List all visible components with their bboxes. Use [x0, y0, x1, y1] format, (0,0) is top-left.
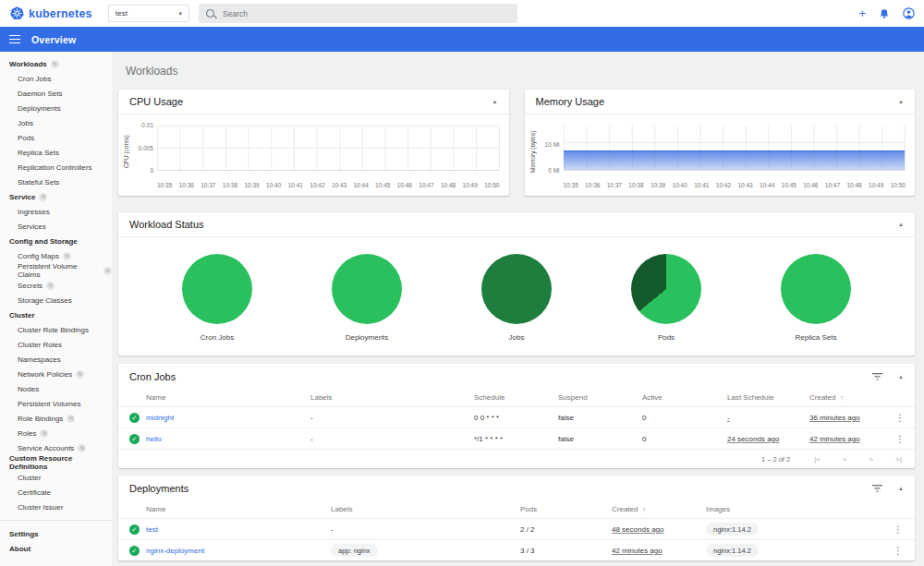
sidebar-item-services[interactable]: Services [0, 219, 112, 234]
sidebar-item-pods[interactable]: Pods [0, 130, 112, 145]
sidebar-item-deployments[interactable]: Deployments [0, 101, 112, 115]
sidebar-item-cluster-roles[interactable]: Cluster Roles [0, 337, 112, 352]
sidebar-item-stateful-sets[interactable]: Stateful Sets [0, 175, 112, 189]
deployments-card: Deployments ▲ Name Labels Pods Created↑ … [118, 476, 915, 560]
tick-label: 10:47 [825, 182, 840, 188]
sidebar-group-cluster[interactable]: Cluster [0, 307, 112, 322]
notifications-bell-icon[interactable] [879, 8, 890, 19]
sidebar-item-config-maps[interactable]: Config MapsN [0, 248, 112, 263]
sidebar-item-ingresses[interactable]: Ingresses [0, 204, 112, 219]
next-page-icon[interactable]: > [869, 455, 874, 464]
tick-label: 10:46 [803, 182, 818, 188]
cron-job-link[interactable]: hello [146, 435, 162, 443]
tick-label: 10:42 [310, 182, 324, 188]
cron-job-link[interactable]: midnight [146, 414, 174, 422]
sidebar-item-crd-cluster[interactable]: Cluster [0, 470, 112, 485]
tick-label: 10:36 [179, 182, 194, 188]
deployment-link[interactable]: test [146, 525, 158, 534]
kubernetes-logo[interactable]: kubernetes [0, 6, 108, 20]
filter-icon[interactable] [872, 485, 882, 492]
filter-icon[interactable] [872, 373, 882, 380]
row-menu-icon[interactable]: ⋮ [895, 434, 905, 444]
pie-label: Pods [658, 333, 675, 342]
collapse-card-icon[interactable]: ▲ [898, 222, 904, 227]
y-tick: 0 [118, 167, 153, 174]
sidebar-item-settings[interactable]: Settings [0, 526, 112, 541]
user-profile-icon[interactable] [903, 7, 915, 19]
deployment-link[interactable]: nginx-deployment [146, 547, 204, 555]
last-page-icon[interactable]: >| [895, 455, 902, 464]
sidebar-item-roles[interactable]: RolesN [0, 426, 112, 440]
pagination-range: 1 – 2 of 2 [761, 455, 790, 464]
sidebar-item-about[interactable]: About [0, 541, 112, 556]
column-header-created[interactable]: Created↑ [612, 505, 706, 513]
collapse-card-icon[interactable]: ▲ [898, 486, 904, 491]
search-bar[interactable] [199, 4, 517, 23]
top-header: kubernetes test ▾ + [0, 0, 924, 27]
sidebar-group-workloads[interactable]: WorkloadsN [0, 56, 112, 71]
row-menu-icon[interactable]: ⋮ [894, 524, 903, 535]
sidebar-item-daemon-sets[interactable]: Daemon Sets [0, 86, 112, 101]
pie-deployments: Deployments [307, 254, 427, 342]
sidebar-item-label: Nodes [18, 385, 39, 393]
column-header-active: Active [642, 393, 727, 402]
image-chip: nginx:1.14.2 [706, 523, 759, 536]
sidebar-item-storage-classes[interactable]: Storage Classes [0, 293, 112, 307]
sidebar-item-cron-jobs[interactable]: Cron Jobs [0, 71, 112, 86]
sidebar-item-persistent-volumes[interactable]: Persistent Volumes [0, 396, 112, 411]
cell-active: 0 [642, 414, 727, 422]
collapse-card-icon[interactable]: ▲ [898, 99, 904, 104]
sidebar-item-label: Secrets [18, 282, 43, 290]
kubernetes-wheel-icon [10, 6, 24, 20]
tick-label: 10:38 [223, 182, 237, 188]
sidebar-item-secrets[interactable]: SecretsN [0, 278, 112, 293]
column-header-suspend: Suspend [558, 393, 642, 402]
tick-label: 10:48 [441, 182, 456, 188]
sidebar-item-cluster-role-bindings[interactable]: Cluster Role Bindings [0, 322, 112, 337]
cell-pods: 2 / 2 [520, 525, 612, 534]
sidebar-group-service[interactable]: ServiceN [0, 189, 112, 204]
sidebar-group-label: Workloads [9, 60, 47, 68]
table-row: ✓ hello - */1 * * * * false 0 24 seconds… [118, 428, 915, 449]
cell-labels: - [310, 414, 474, 422]
menu-hamburger-icon[interactable] [9, 35, 20, 44]
previous-page-icon[interactable]: < [843, 455, 847, 464]
sidebar-item-nodes[interactable]: Nodes [0, 381, 112, 396]
replica-sets-pie-chart [781, 254, 851, 324]
first-page-icon[interactable]: |< [814, 455, 821, 464]
sidebar-item-crd-cluster-issuer[interactable]: Cluster Issuer [0, 500, 112, 514]
tick-label: 10:43 [737, 182, 752, 188]
sidebar-item-network-policies[interactable]: Network PoliciesN [0, 367, 112, 381]
cell-schedule: */1 * * * * [474, 435, 558, 443]
sidebar-item-label: Daemon Sets [18, 90, 62, 98]
collapse-card-icon[interactable]: ▲ [898, 374, 904, 379]
table-row: ✓ midnight - 0 0 * * * false 0 - 36 minu… [118, 406, 915, 428]
sidebar-item-role-bindings[interactable]: Role BindingsN [0, 411, 112, 426]
row-menu-icon[interactable]: ⋮ [894, 546, 903, 556]
sidebar-item-label: Jobs [18, 119, 33, 127]
sidebar-group-config-and-storage[interactable]: Config and Storage [0, 234, 112, 248]
column-header-name: Name [146, 505, 331, 513]
namespace-selector[interactable]: test ▾ [108, 5, 189, 22]
cell-active: 0 [642, 435, 727, 443]
collapse-card-icon[interactable]: ▲ [492, 99, 498, 104]
cell-created: 42 minutes ago [809, 435, 860, 443]
status-ok-icon: ✓ [129, 434, 140, 444]
column-header-label: Created [809, 393, 835, 402]
sidebar-group-custom-resource-definitions[interactable]: Custom Resource Definitions [0, 455, 112, 470]
tick-label: 10:35 [564, 182, 578, 188]
sidebar-item-replica-sets[interactable]: Replica Sets [0, 145, 112, 160]
search-input[interactable] [223, 9, 510, 18]
sidebar-item-namespaces[interactable]: Namespaces [0, 352, 112, 367]
sidebar-item-persistent-volume-claims[interactable]: Persistent Volume ClaimsN [0, 263, 112, 278]
cell-pods: 3 / 3 [520, 547, 612, 555]
row-menu-icon[interactable]: ⋮ [895, 413, 905, 423]
sidebar-item-jobs[interactable]: Jobs [0, 115, 112, 130]
sidebar-item-label: Stateful Sets [18, 178, 59, 187]
sidebar-item-service-accounts[interactable]: Service AccountsN [0, 440, 112, 455]
column-header-created[interactable]: Created↑ [809, 393, 895, 402]
sidebar-item-crd-certificate[interactable]: Certificate [0, 485, 112, 500]
cell-suspend: false [558, 435, 642, 443]
create-resource-button[interactable]: + [858, 7, 866, 19]
sidebar-item-replication-controllers[interactable]: Replication Controllers [0, 160, 112, 175]
